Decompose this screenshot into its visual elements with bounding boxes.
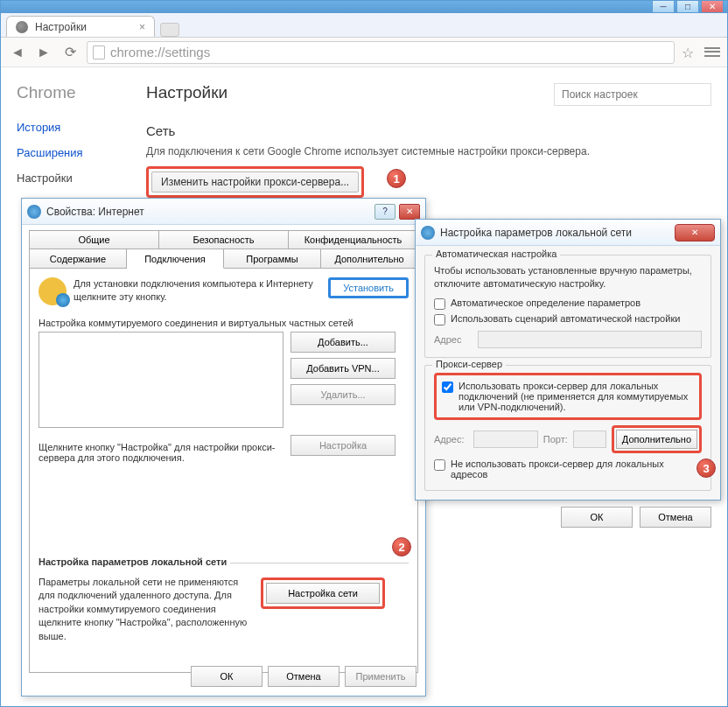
auto-detect-label: Автоматическое определение параметров xyxy=(451,298,640,308)
sidebar-item-history[interactable]: История xyxy=(17,115,122,140)
dialog-title: Свойства: Интернет xyxy=(46,206,369,218)
script-address-label: Адрес xyxy=(434,334,472,345)
page-title: Настройки xyxy=(146,83,228,102)
script-address-input[interactable] xyxy=(478,331,702,348)
browser-tab[interactable]: Настройки × xyxy=(6,16,155,37)
bypass-local-label: Не использовать прокси-сервер для локаль… xyxy=(451,458,702,480)
ok-button[interactable]: ОК xyxy=(191,666,262,687)
dialup-group-label: Настройка коммутируемого соединения и ви… xyxy=(38,318,409,328)
add-vpn-button[interactable]: Добавить VPN... xyxy=(290,358,396,379)
auto-config-legend: Автоматическая настройка xyxy=(432,248,560,259)
lan-dialog-close-button[interactable]: ✕ xyxy=(675,224,715,242)
callout-badge-3: 3 xyxy=(696,458,716,478)
lan-cancel-button[interactable]: Отмена xyxy=(640,507,711,528)
browser-titlebar: ─ □ ✕ xyxy=(1,1,727,13)
tab-connections[interactable]: Подключения xyxy=(127,249,224,269)
add-connection-button[interactable]: Добавить... xyxy=(290,332,396,353)
search-settings-input[interactable] xyxy=(554,83,711,106)
proxy-port-input[interactable] xyxy=(573,430,606,448)
new-tab-button[interactable] xyxy=(160,23,179,37)
auto-detect-checkbox[interactable] xyxy=(434,298,445,310)
dialog-titlebar: Свойства: Интернет ? ✕ xyxy=(22,199,425,225)
window-minimize-button[interactable]: ─ xyxy=(652,1,675,13)
network-description: Для подключения к сети Google Chrome исп… xyxy=(146,145,711,158)
tab-security[interactable]: Безопасность xyxy=(159,230,289,249)
setup-button-highlight: Установить xyxy=(328,277,409,298)
lan-ok-button[interactable]: ОК xyxy=(561,507,633,528)
lan-dialog-titlebar: Настройка параметров локальной сети ✕ xyxy=(416,220,720,246)
hamburger-menu-icon[interactable] xyxy=(704,45,720,60)
tab-title: Настройки xyxy=(35,21,87,33)
use-script-checkbox[interactable] xyxy=(434,314,445,326)
globe-icon xyxy=(38,277,66,305)
tab-close-icon[interactable]: × xyxy=(139,21,145,33)
section-network-title: Сеть xyxy=(146,123,711,138)
url-text: chrome://settings xyxy=(110,45,210,60)
bypass-local-row[interactable]: Не использовать прокси-сервер для локаль… xyxy=(434,457,702,481)
proxy-address-label: Адрес: xyxy=(434,434,468,444)
cancel-button[interactable]: Отмена xyxy=(268,666,340,687)
auto-config-group: Автоматическая настройка Чтобы использов… xyxy=(424,255,711,358)
tab-content[interactable]: Содержание xyxy=(29,249,127,269)
delete-connection-button[interactable]: Удалить... xyxy=(290,384,396,405)
callout-highlight-proxy: Использовать прокси-сервер для локальных… xyxy=(434,373,702,420)
setup-button[interactable]: Установить xyxy=(330,279,407,297)
callout-badge-2: 2 xyxy=(392,537,411,556)
callout-highlight-2: Настройка сети xyxy=(261,578,385,609)
internet-properties-dialog: Свойства: Интернет ? ✕ Общие Безопасност… xyxy=(21,198,426,696)
address-bar[interactable]: chrome://settings xyxy=(87,41,675,64)
lan-description: Параметры локальной сети не применяются … xyxy=(38,576,254,643)
use-proxy-label: Использовать прокси-сервер для локальных… xyxy=(458,381,694,412)
bookmark-star-icon[interactable]: ☆ xyxy=(682,45,697,60)
change-proxy-settings-button[interactable]: Изменить настройки прокси-сервера... xyxy=(151,172,359,192)
tab-control: Общие Безопасность Конфиденциальность Со… xyxy=(29,230,418,673)
callout-highlight-1: Изменить настройки прокси-сервера... xyxy=(146,166,364,198)
gear-icon xyxy=(16,21,28,33)
callout-badge-1: 1 xyxy=(387,169,406,188)
lan-settings-dialog: Настройка параметров локальной сети ✕ Ав… xyxy=(415,219,721,500)
proxy-port-label: Порт: xyxy=(543,434,568,444)
proxy-server-group: Прокси-сервер Использовать прокси-сервер… xyxy=(424,365,711,491)
use-script-row[interactable]: Использовать сценарий автоматической нас… xyxy=(434,312,702,327)
apply-button[interactable]: Применить xyxy=(345,666,416,687)
connections-panel: Для установки подключения компьютера к И… xyxy=(29,269,418,673)
use-proxy-checkbox[interactable] xyxy=(442,382,453,393)
proxy-server-legend: Прокси-сервер xyxy=(432,359,506,369)
tab-programs[interactable]: Программы xyxy=(224,249,321,269)
advanced-button[interactable]: Дополнительно xyxy=(616,430,697,449)
window-close-button[interactable]: ✕ xyxy=(701,1,724,13)
sidebar-item-settings[interactable]: Настройки xyxy=(17,165,122,191)
chrome-brand: Chrome xyxy=(17,83,122,102)
internet-icon xyxy=(421,226,435,240)
lan-group-label: Настройка параметров локальной сети xyxy=(38,556,230,567)
connection-settings-button[interactable]: Настройка xyxy=(290,435,396,456)
use-proxy-row[interactable]: Использовать прокси-сервер для локальных… xyxy=(442,379,694,414)
lan-settings-button[interactable]: Настройка сети xyxy=(266,583,380,604)
dialog-help-button[interactable]: ? xyxy=(374,204,396,220)
dialup-listbox[interactable] xyxy=(38,332,284,428)
callout-highlight-3: Дополнительно xyxy=(612,425,702,453)
tabstrip: Настройки × xyxy=(1,13,727,38)
tab-privacy[interactable]: Конфиденциальность xyxy=(289,230,418,249)
page-icon xyxy=(93,46,105,60)
auto-config-desc: Чтобы использовать установленные вручную… xyxy=(434,264,702,290)
dialog-close-button[interactable]: ✕ xyxy=(399,204,420,220)
auto-detect-row[interactable]: Автоматическое определение параметров xyxy=(434,296,702,312)
tab-general[interactable]: Общие xyxy=(29,230,159,249)
bypass-local-checkbox[interactable] xyxy=(434,459,445,471)
forward-button[interactable]: ► xyxy=(34,43,53,62)
browser-toolbar: ◄ ► ⟳ chrome://settings ☆ xyxy=(1,38,727,67)
back-button[interactable]: ◄ xyxy=(8,43,27,62)
window-maximize-button[interactable]: □ xyxy=(676,1,699,13)
reload-button[interactable]: ⟳ xyxy=(60,43,80,62)
tab-advanced[interactable]: Дополнительно xyxy=(321,249,418,269)
proxy-hint-text: Щелкните кнопку "Настройка" для настройк… xyxy=(38,442,284,463)
settings-page: Chrome История Расширения Настройки Наст… xyxy=(1,67,727,214)
proxy-address-input[interactable] xyxy=(473,430,538,448)
sidebar-item-extensions[interactable]: Расширения xyxy=(17,140,122,165)
setup-text: Для установки подключения компьютера к И… xyxy=(74,277,321,304)
use-script-label: Использовать сценарий автоматической нас… xyxy=(451,313,680,324)
lan-dialog-title: Настройка параметров локальной сети xyxy=(440,227,669,239)
internet-icon xyxy=(27,205,41,219)
